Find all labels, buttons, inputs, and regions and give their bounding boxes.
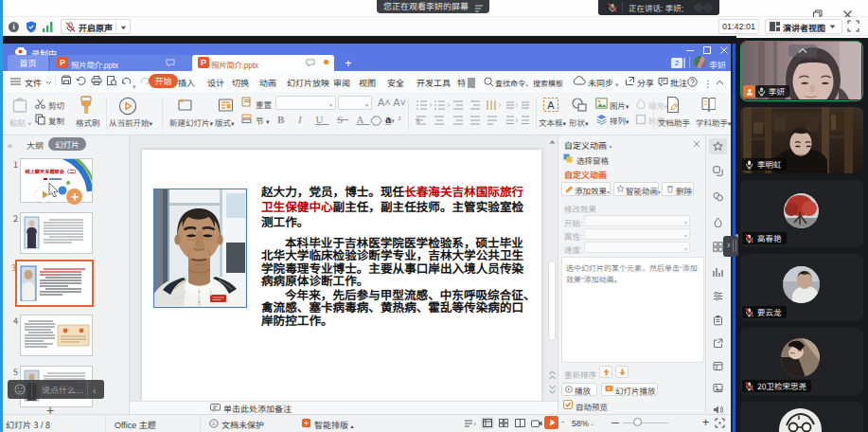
svg-text:A: A — [547, 99, 555, 111]
svg-text:线上聊天主题班会（二）: 线上聊天主题班会（二） — [25, 168, 79, 174]
